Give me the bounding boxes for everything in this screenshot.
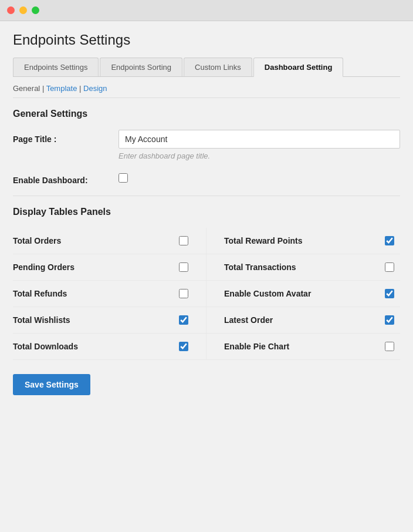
subnav-template-link[interactable]: Template xyxy=(46,84,77,93)
total-refunds-checkbox[interactable] xyxy=(179,289,188,298)
panels-grid: Total Orders Total Reward Points Pending… xyxy=(13,228,400,360)
panel-enable-custom-avatar: Enable Custom Avatar xyxy=(206,281,400,307)
tabs-bar: Endpoints Settings Endpoints Sorting Cus… xyxy=(13,58,400,77)
enable-dashboard-label: Enable Dashboard: xyxy=(13,171,119,185)
enable-pie-chart-checkbox[interactable] xyxy=(385,342,394,351)
panel-total-orders: Total Orders xyxy=(13,228,206,254)
titlebar xyxy=(0,0,413,21)
panel-enable-pie-chart: Enable Pie Chart xyxy=(206,334,400,360)
page-title: Endpoints Settings xyxy=(13,32,400,48)
panel-pending-orders: Pending Orders xyxy=(13,254,206,281)
tab-endpoints-settings[interactable]: Endpoints Settings xyxy=(13,58,99,76)
page-title-input[interactable] xyxy=(119,130,400,149)
main-content: Endpoints Settings Endpoints Settings En… xyxy=(0,21,413,395)
total-downloads-checkbox[interactable] xyxy=(179,342,188,351)
minimize-button[interactable] xyxy=(19,6,27,14)
sub-navigation: General | Template | Design xyxy=(13,77,400,98)
panel-latest-order: Latest Order xyxy=(206,307,400,334)
section-divider xyxy=(13,196,400,196)
tab-custom-links[interactable]: Custom Links xyxy=(184,58,252,76)
enable-dashboard-checkbox-wrap xyxy=(119,171,128,183)
general-settings-title: General Settings xyxy=(13,109,400,119)
pending-orders-label: Pending Orders xyxy=(13,262,75,272)
panel-total-refunds: Total Refunds xyxy=(13,281,206,307)
total-transactions-label: Total Transactions xyxy=(224,262,296,272)
maximize-button[interactable] xyxy=(32,6,39,14)
enable-custom-avatar-label: Enable Custom Avatar xyxy=(224,289,311,298)
panel-total-transactions: Total Transactions xyxy=(206,254,400,281)
page-title-label: Page Title : xyxy=(13,130,119,144)
page-title-field: Enter dashboard page title. xyxy=(119,130,400,160)
subnav-design-link[interactable]: Design xyxy=(83,84,107,93)
tab-endpoints-sorting[interactable]: Endpoints Sorting xyxy=(100,58,182,76)
enable-pie-chart-label: Enable Pie Chart xyxy=(224,342,289,351)
total-orders-label: Total Orders xyxy=(13,236,61,245)
pending-orders-checkbox[interactable] xyxy=(179,262,188,272)
page-title-row: Page Title : Enter dashboard page title. xyxy=(13,130,400,160)
tab-dashboard-setting[interactable]: Dashboard Setting xyxy=(253,58,344,77)
total-transactions-checkbox[interactable] xyxy=(385,262,394,272)
panel-total-downloads: Total Downloads xyxy=(13,334,206,360)
latest-order-checkbox[interactable] xyxy=(385,315,394,325)
display-panels-title: Display Tables Panels xyxy=(13,207,400,217)
panel-total-wishlists: Total Wishlists xyxy=(13,307,206,334)
enable-custom-avatar-checkbox[interactable] xyxy=(385,289,394,298)
enable-dashboard-checkbox[interactable] xyxy=(119,173,128,183)
panel-total-reward-points: Total Reward Points xyxy=(206,228,400,254)
total-reward-points-label: Total Reward Points xyxy=(224,236,303,245)
save-settings-button[interactable]: Save Settings xyxy=(13,374,90,395)
total-refunds-label: Total Refunds xyxy=(13,289,67,298)
total-wishlists-label: Total Wishlists xyxy=(13,315,70,325)
window: Endpoints Settings Endpoints Settings En… xyxy=(0,0,413,532)
total-downloads-label: Total Downloads xyxy=(13,342,78,351)
page-title-hint: Enter dashboard page title. xyxy=(119,151,400,160)
total-orders-checkbox[interactable] xyxy=(179,236,188,245)
latest-order-label: Latest Order xyxy=(224,315,273,325)
total-wishlists-checkbox[interactable] xyxy=(179,315,188,325)
enable-dashboard-row: Enable Dashboard: xyxy=(13,171,400,185)
close-button[interactable] xyxy=(7,6,15,14)
subnav-general: General xyxy=(13,84,40,93)
total-reward-points-checkbox[interactable] xyxy=(385,236,394,245)
